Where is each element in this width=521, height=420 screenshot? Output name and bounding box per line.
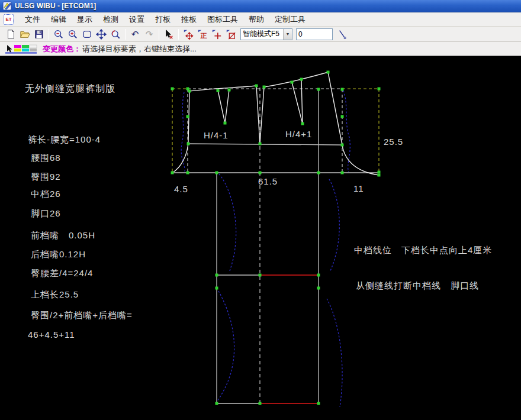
green-point-marker: [186, 172, 189, 175]
app-icon: [2, 1, 12, 11]
document-icon[interactable]: ET: [4, 14, 14, 25]
canvas-annotation-7: 后档嘴0.12H: [31, 249, 86, 260]
zoom-in-icon: [67, 29, 78, 40]
quick-delete-button[interactable]: [224, 28, 237, 41]
line-tool-button[interactable]: [336, 28, 349, 41]
menu-item-3[interactable]: 检测: [98, 12, 124, 27]
menu-item-7[interactable]: 图标工具: [202, 12, 243, 27]
canvas-annotation-16: 61.5: [258, 176, 278, 186]
zoom-previous-button[interactable]: [109, 28, 122, 41]
green-point-marker: [378, 88, 381, 91]
green-point-marker: [224, 122, 227, 125]
quick-plus-icon: [211, 29, 222, 40]
green-point-marker: [341, 88, 344, 91]
combobox-dropdown-button[interactable]: ▼: [283, 29, 292, 40]
green-point-marker: [186, 115, 189, 118]
zoom-in-button[interactable]: [66, 28, 79, 41]
canvas-annotation-1: 裤长-腰宽=100-4: [28, 134, 101, 146]
menu-bar: ET 文件编辑显示检测设置打板推板图标工具帮助定制工具: [0, 12, 521, 27]
save-icon: [34, 29, 44, 40]
zoom-out-button[interactable]: [52, 28, 65, 41]
menu-item-1[interactable]: 编辑: [46, 12, 72, 27]
green-point-marker: [187, 143, 190, 146]
canvas-annotation-17: 11: [353, 183, 364, 193]
select-delete-button[interactable]: [162, 28, 175, 41]
pattern-outline: [172, 72, 379, 175]
fit-view-button[interactable]: [81, 28, 94, 41]
green-point-marker: [341, 144, 344, 147]
app-window: ULSG WIBU - [ETCOM1] ET 文件编辑显示检测设置打板推板图标…: [0, 0, 521, 420]
canvas-annotation-19: 从侧缝线打断中档线 脚口线: [356, 280, 479, 292]
green-point-marker: [317, 287, 320, 290]
green-point-marker: [216, 274, 218, 277]
new-file-button[interactable]: [4, 28, 17, 41]
green-point-marker: [216, 172, 218, 175]
select-cursor-icon: [163, 29, 174, 40]
canvas-annotation-6: 前档嘴 0.05H: [31, 230, 95, 241]
menu-item-8[interactable]: 帮助: [243, 12, 269, 27]
quick-zheng-icon: 正: [197, 29, 208, 40]
green-point-marker: [291, 81, 294, 84]
quick-move-icon: [183, 29, 194, 40]
new-file-icon: [5, 29, 16, 40]
zheng-glyph: 正: [200, 32, 207, 39]
green-point-marker: [300, 78, 303, 81]
mode-combobox[interactable]: 智能模式F5 ▼: [240, 28, 292, 40]
green-point-marker: [216, 402, 218, 405]
green-point-marker: [317, 172, 320, 175]
drawing-canvas[interactable]: 无外侧缝宽腿裤制版裤长-腰宽=100-4腰围68臀围92中档26脚口26前档嘴 …: [0, 56, 521, 420]
canvas-annotation-9: 上档长25.5: [31, 289, 79, 301]
quick-add-point-button[interactable]: [210, 28, 223, 41]
canvas-annotation-3: 臀围92: [31, 172, 61, 183]
menu-item-5[interactable]: 打板: [150, 12, 176, 27]
canvas-annotation-15: 4.5: [174, 184, 188, 194]
canvas-annotation-0: 无外侧缝宽腿裤制版: [25, 83, 115, 95]
undo-button[interactable]: ↶: [128, 28, 141, 41]
value-input[interactable]: [296, 28, 333, 40]
zoom-out-icon: [53, 29, 64, 40]
green-point-marker: [301, 122, 304, 125]
canvas-annotation-2: 腰围68: [31, 153, 61, 164]
toolbar-separator: [125, 29, 126, 40]
status-prompt-message: 请选择目标要素，右键结束选择...: [82, 44, 197, 54]
canvas-annotation-18: 中档线位 下档长中点向上4厘米: [354, 245, 492, 256]
open-file-button[interactable]: [18, 28, 31, 41]
green-point-marker: [378, 174, 381, 177]
menu-item-0[interactable]: 文件: [20, 12, 46, 27]
green-point-marker: [259, 274, 262, 277]
pan-view-button[interactable]: [95, 28, 108, 41]
status-bar: 变更颜色： 请选择目标要素，右键结束选择...: [0, 42, 521, 56]
green-point-marker: [341, 115, 344, 118]
canvas-annotation-8: 臀腰差/4=24/4: [31, 268, 93, 279]
redo-icon: ↷: [146, 30, 153, 38]
green-point-marker: [317, 274, 320, 277]
quick-move-button[interactable]: [182, 28, 195, 41]
toolbar-separator: [159, 29, 159, 40]
save-button[interactable]: [33, 28, 46, 41]
red-segments: [260, 275, 319, 403]
toolbar-separator: [49, 29, 49, 40]
quick-horizontal-vertical-button[interactable]: 正: [196, 28, 209, 41]
fit-view-icon: [82, 29, 92, 40]
pan-icon: [96, 29, 107, 40]
green-point-marker: [217, 89, 220, 92]
menu-item-9[interactable]: 定制工具: [269, 12, 311, 27]
toolbar: ↶ ↷: [0, 27, 521, 42]
title-bar: ULSG WIBU - [ETCOM1]: [0, 0, 521, 12]
green-point-marker: [171, 88, 174, 91]
redo-button[interactable]: ↷: [143, 28, 156, 41]
green-point-marker: [378, 171, 381, 174]
status-command-label: 变更颜色：: [43, 44, 81, 54]
menu-item-6[interactable]: 推板: [176, 12, 202, 27]
toolbar-separator: [178, 29, 179, 40]
canvas-annotation-4: 中档26: [31, 189, 61, 200]
quick-delete-icon: [226, 29, 236, 40]
menu-item-2[interactable]: 显示: [72, 12, 98, 27]
menu-item-4[interactable]: 设置: [124, 12, 150, 27]
green-point-marker: [228, 89, 231, 92]
undo-icon: ↶: [131, 30, 139, 38]
green-point-marker: [317, 402, 320, 405]
green-point-marker: [327, 71, 330, 74]
menu-items: 文件编辑显示检测设置打板推板图标工具帮助定制工具: [20, 12, 311, 27]
green-point-marker: [259, 172, 262, 175]
